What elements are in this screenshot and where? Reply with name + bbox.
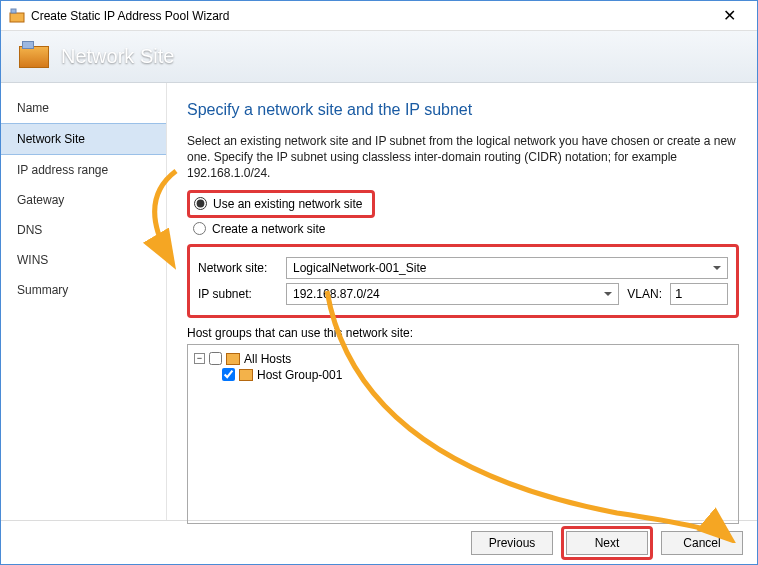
vlan-label: VLAN: [627, 287, 662, 301]
tree-child-label: Host Group-001 [257, 368, 342, 382]
title-bar: Create Static IP Address Pool Wizard ✕ [1, 1, 757, 31]
step-gateway[interactable]: Gateway [1, 185, 166, 215]
tree-root-checkbox[interactable] [209, 352, 222, 365]
host-groups-tree[interactable]: − All Hosts Host Group-001 [187, 344, 739, 524]
page-description: Select an existing network site and IP s… [187, 133, 739, 182]
radio-create-site-input[interactable] [193, 222, 206, 235]
wizard-icon [9, 8, 25, 24]
radio-use-existing-label: Use an existing network site [213, 197, 362, 211]
tree-expander-icon[interactable]: − [194, 353, 205, 364]
close-button[interactable]: ✕ [709, 6, 749, 25]
tree-row-child[interactable]: Host Group-001 [194, 367, 732, 383]
network-site-label: Network site: [198, 261, 278, 275]
main-panel: Specify a network site and the IP subnet… [167, 83, 757, 520]
step-summary[interactable]: Summary [1, 275, 166, 305]
wizard-footer: Previous Next Cancel [1, 520, 757, 564]
radio-use-existing-input[interactable] [194, 197, 207, 210]
network-site-dropdown[interactable]: LogicalNetwork-001_Site [286, 257, 728, 279]
radio-create-site-label: Create a network site [212, 222, 325, 236]
next-button-highlight: Next [561, 526, 653, 560]
banner-title: Network Site [61, 45, 174, 68]
step-name[interactable]: Name [1, 93, 166, 123]
host-groups-label: Host groups that can use this network si… [187, 326, 739, 340]
previous-button[interactable]: Previous [471, 531, 553, 555]
ip-subnet-dropdown[interactable]: 192.168.87.0/24 [286, 283, 619, 305]
cancel-button[interactable]: Cancel [661, 531, 743, 555]
step-network-site[interactable]: Network Site [1, 123, 166, 155]
hostgroup-icon [239, 369, 253, 381]
step-wins[interactable]: WINS [1, 245, 166, 275]
network-site-value: LogicalNetwork-001_Site [293, 261, 426, 275]
wizard-steps-sidebar: Name Network Site IP address range Gatew… [1, 83, 167, 520]
hostgroup-icon [226, 353, 240, 365]
radio-use-existing[interactable]: Use an existing network site [194, 195, 362, 213]
svg-rect-0 [10, 13, 24, 22]
site-detail-highlight: Network site: LogicalNetwork-001_Site IP… [187, 244, 739, 318]
vlan-input[interactable] [670, 283, 728, 305]
page-heading: Specify a network site and the IP subnet [187, 101, 739, 119]
tree-root-label: All Hosts [244, 352, 291, 366]
banner-icon [19, 46, 49, 68]
ip-subnet-value: 192.168.87.0/24 [293, 287, 380, 301]
radio-existing-highlight: Use an existing network site [187, 190, 375, 218]
tree-row-root[interactable]: − All Hosts [194, 351, 732, 367]
next-button[interactable]: Next [566, 531, 648, 555]
step-ip-address-range[interactable]: IP address range [1, 155, 166, 185]
ip-subnet-label: IP subnet: [198, 287, 278, 301]
radio-create-site[interactable]: Create a network site [187, 220, 739, 238]
window-title: Create Static IP Address Pool Wizard [31, 9, 709, 23]
tree-child-checkbox[interactable] [222, 368, 235, 381]
step-dns[interactable]: DNS [1, 215, 166, 245]
svg-rect-1 [11, 9, 16, 13]
banner: Network Site [1, 31, 757, 83]
